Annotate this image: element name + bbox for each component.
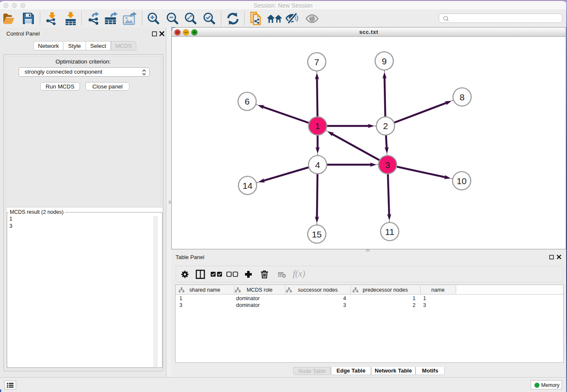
svg-text:2: 2: [383, 121, 388, 131]
svg-text:15: 15: [312, 229, 322, 239]
svg-text:9: 9: [382, 56, 387, 66]
svg-text:11: 11: [385, 227, 394, 237]
svg-text:3: 3: [385, 160, 390, 170]
svg-text:1: 1: [315, 121, 320, 131]
svg-text:6: 6: [245, 97, 250, 106]
svg-text:14: 14: [242, 181, 253, 190]
svg-text:7: 7: [314, 57, 319, 67]
svg-text:8: 8: [460, 92, 465, 102]
svg-text:10: 10: [457, 176, 466, 186]
svg-text:4: 4: [315, 160, 320, 170]
